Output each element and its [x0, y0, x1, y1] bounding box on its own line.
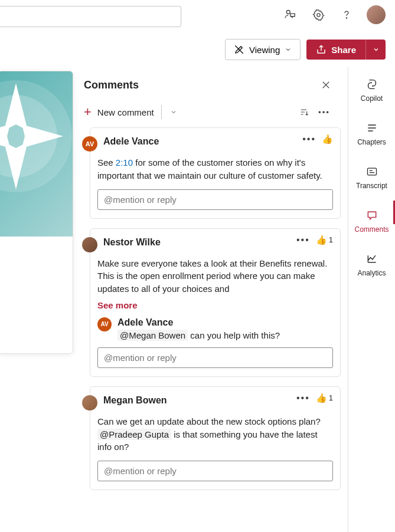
ellipsis-icon: •••	[318, 108, 330, 117]
avatar: AV	[82, 136, 97, 152]
toolbar-more-button[interactable]: •••	[314, 106, 335, 119]
comment-author: Nestor Wilke	[103, 237, 161, 248]
rail-label: Analytics	[357, 269, 386, 277]
like-count: 1	[329, 235, 333, 244]
thumbs-up-icon: 👍	[322, 134, 333, 145]
share-label: Share	[331, 45, 356, 55]
close-icon	[321, 80, 331, 90]
main-zone: dershipA Comments + New comment •••	[0, 67, 395, 532]
rail-label: Comments	[354, 225, 389, 234]
document-hero	[0, 71, 73, 237]
top-bar	[0, 0, 395, 29]
analytics-icon	[366, 252, 378, 265]
sort-icon	[299, 107, 309, 117]
rail-chapters[interactable]: Chapters	[348, 119, 395, 149]
viewing-mode-button[interactable]: Viewing	[225, 39, 301, 60]
avatar: AV	[97, 317, 112, 331]
chevron-down-icon	[170, 109, 177, 116]
comments-icon	[366, 209, 378, 222]
see-more-link[interactable]: See more	[97, 300, 333, 310]
avatar	[82, 237, 97, 252]
search-input[interactable]	[0, 6, 181, 27]
close-comments-button[interactable]	[321, 78, 335, 92]
comments-panel: Comments + New comment •••	[73, 67, 344, 532]
rail-label: Chapters	[357, 138, 386, 146]
comment-card: AV Adele Vance ••• 👍 See 2:10 for some o…	[90, 127, 341, 219]
copilot-icon	[365, 78, 378, 91]
reply-input[interactable]	[97, 347, 333, 368]
help-icon[interactable]	[338, 6, 355, 23]
thumbs-up-icon: 👍	[316, 393, 327, 403]
like-button[interactable]: 👍 1	[316, 235, 333, 245]
right-rail: Copilot Chapters Transcript Comments Ana…	[348, 67, 395, 532]
share-options-button[interactable]	[365, 40, 386, 60]
comment-body: Can we get an update about the new stock…	[97, 415, 333, 454]
rail-transcript[interactable]: Transcript	[348, 163, 395, 192]
feedback-icon[interactable]	[282, 6, 298, 23]
comment-body: See 2:10 for some of the customer storie…	[97, 156, 333, 182]
new-comment-label: New comment	[97, 107, 154, 117]
viewing-label: Viewing	[249, 45, 280, 55]
compass-graphic	[0, 71, 73, 237]
rail-analytics[interactable]: Analytics	[348, 250, 395, 280]
new-comment-button[interactable]: + New comment	[84, 106, 154, 119]
reply-input[interactable]	[97, 461, 333, 481]
document-thumbnail[interactable]: dershipA	[0, 71, 73, 354]
comment-more-button[interactable]: •••	[302, 134, 316, 145]
like-button[interactable]: 👍	[322, 134, 333, 145]
comment-author: Adele Vance	[103, 136, 159, 147]
share-button-group: Share	[306, 40, 386, 60]
comment-card: Megan Bowen ••• 👍 1 Can we get an update…	[90, 386, 341, 490]
mention-chip[interactable]: @Megan Bowen	[117, 330, 188, 341]
transcript-icon	[366, 165, 378, 178]
svg-point-1	[316, 13, 319, 16]
thumbs-up-icon: 👍	[316, 235, 327, 245]
chevron-down-icon	[373, 46, 380, 53]
reply-input[interactable]	[97, 189, 333, 210]
chevron-down-icon	[285, 46, 292, 53]
action-bar: Viewing Share	[0, 29, 395, 68]
new-comment-options[interactable]	[161, 105, 177, 119]
document-title: dershipA	[0, 307, 73, 336]
top-icons-group	[282, 5, 386, 24]
comments-list: AV Adele Vance ••• 👍 See 2:10 for some o…	[81, 127, 344, 532]
comment-author: Megan Bowen	[103, 395, 167, 406]
avatar	[82, 395, 97, 411]
user-avatar[interactable]	[367, 5, 386, 24]
comments-toolbar: + New comment •••	[81, 103, 344, 127]
comment-reply: AV Adele Vance @Megan Bowen can you help…	[97, 317, 333, 340]
comment-card: Nestor Wilke ••• 👍 1 Make sure everyone …	[90, 228, 341, 377]
settings-icon[interactable]	[310, 6, 327, 23]
share-icon	[316, 44, 327, 55]
mention-chip[interactable]: @Pradeep Gupta	[97, 429, 171, 440]
comments-title: Comments	[84, 79, 139, 91]
comment-more-button[interactable]: •••	[296, 235, 310, 245]
rail-comments[interactable]: Comments	[348, 206, 395, 236]
plus-icon: +	[84, 106, 92, 119]
rail-copilot[interactable]: Copilot	[348, 75, 395, 105]
svg-point-0	[286, 10, 290, 14]
svg-rect-5	[367, 168, 376, 175]
pencil-off-icon	[234, 44, 244, 55]
reply-author: Adele Vance	[117, 317, 333, 328]
timestamp-link[interactable]: 2:10	[116, 157, 133, 168]
rail-label: Copilot	[361, 94, 383, 103]
comment-body: Make sure everyone takes a look at their…	[97, 257, 333, 295]
share-button[interactable]: Share	[306, 40, 365, 60]
reply-body: @Megan Bowen can you help with this?	[117, 330, 333, 340]
like-count: 1	[329, 393, 333, 402]
rail-label: Transcript	[356, 182, 387, 190]
svg-point-2	[346, 18, 347, 18]
chapters-icon	[366, 121, 378, 134]
comments-header: Comments	[81, 72, 344, 103]
sort-button[interactable]	[295, 105, 314, 119]
comment-more-button[interactable]: •••	[296, 393, 310, 403]
like-button[interactable]: 👍 1	[316, 393, 333, 403]
